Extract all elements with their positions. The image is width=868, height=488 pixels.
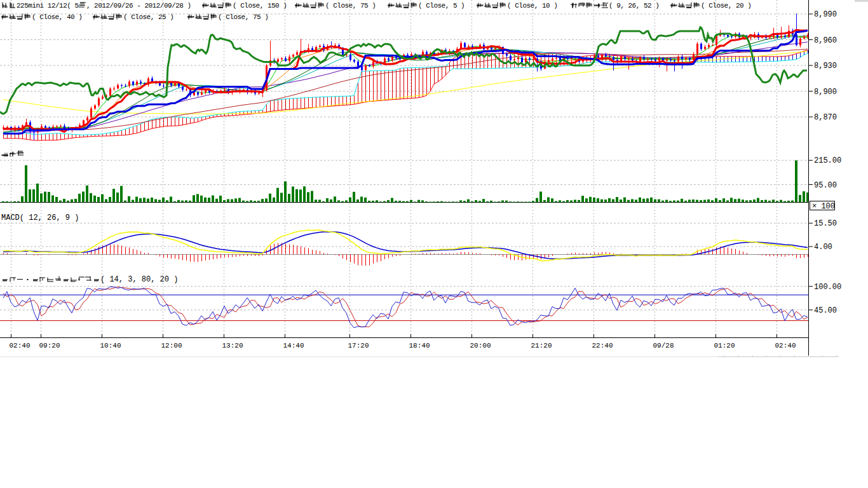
- svg-text:12:00: 12:00: [161, 342, 182, 349]
- svg-text:8,990: 8,990: [814, 10, 837, 19]
- svg-text:95.00: 95.00: [814, 181, 837, 190]
- svg-text:( Close, 150 ): ( Close, 150 ): [233, 2, 287, 10]
- svg-text:45.00: 45.00: [814, 306, 837, 315]
- svg-text:× 100: × 100: [812, 202, 835, 211]
- svg-text:21:20: 21:20: [531, 342, 552, 349]
- svg-text:14:40: 14:40: [283, 342, 304, 349]
- svg-text:( Close, 75 ): ( Close, 75 ): [218, 13, 268, 21]
- svg-text:10:40: 10:40: [100, 342, 121, 349]
- svg-text:22:40: 22:40: [592, 342, 613, 349]
- svg-text:02:40: 02:40: [9, 342, 30, 349]
- svg-text:100.00: 100.00: [814, 283, 841, 292]
- svg-text:215.00: 215.00: [814, 156, 841, 165]
- svg-text:( Close, 10 ): ( Close, 10 ): [507, 2, 557, 10]
- svg-text:4.00: 4.00: [814, 243, 832, 252]
- svg-text:, 2012/09/26 - 2012/09/28 ): , 2012/09/26 - 2012/09/28 ): [86, 2, 191, 10]
- svg-text:15.50: 15.50: [814, 219, 837, 228]
- svg-text:( Close, 5 ): ( Close, 5 ): [418, 2, 465, 10]
- svg-text:13:20: 13:20: [222, 342, 243, 349]
- svg-text:02:40: 02:40: [775, 342, 796, 349]
- svg-text:( 9, 26, 52 ): ( 9, 26, 52 ): [609, 2, 659, 10]
- svg-text:8,870: 8,870: [814, 113, 837, 122]
- svg-text:( Close, 20 ): ( Close, 20 ): [701, 2, 751, 10]
- svg-text:8,960: 8,960: [814, 36, 837, 45]
- svg-text:( Close, 25 ): ( Close, 25 ): [123, 13, 173, 21]
- svg-text:18:40: 18:40: [409, 342, 430, 349]
- svg-text:17:20: 17:20: [348, 342, 369, 349]
- svg-text:MACD( 12, 26, 9 ): MACD( 12, 26, 9 ): [1, 214, 79, 222]
- svg-text:20:00: 20:00: [470, 342, 491, 349]
- svg-text:8,900: 8,900: [814, 88, 837, 97]
- svg-text:( Close, 40 ): ( Close, 40 ): [32, 13, 82, 21]
- svg-text:09/28: 09/28: [653, 342, 674, 349]
- svg-text:( 14, 3, 80, 20 ): ( 14, 3, 80, 20 ): [100, 275, 178, 284]
- svg-text:09:20: 09:20: [39, 342, 60, 349]
- svg-text:8,930: 8,930: [814, 62, 837, 71]
- svg-text:01:20: 01:20: [714, 342, 735, 349]
- svg-text:( Close, 75 ): ( Close, 75 ): [325, 2, 376, 10]
- svg-text:225mini 12/12( 5: 225mini 12/12( 5: [17, 2, 79, 10]
